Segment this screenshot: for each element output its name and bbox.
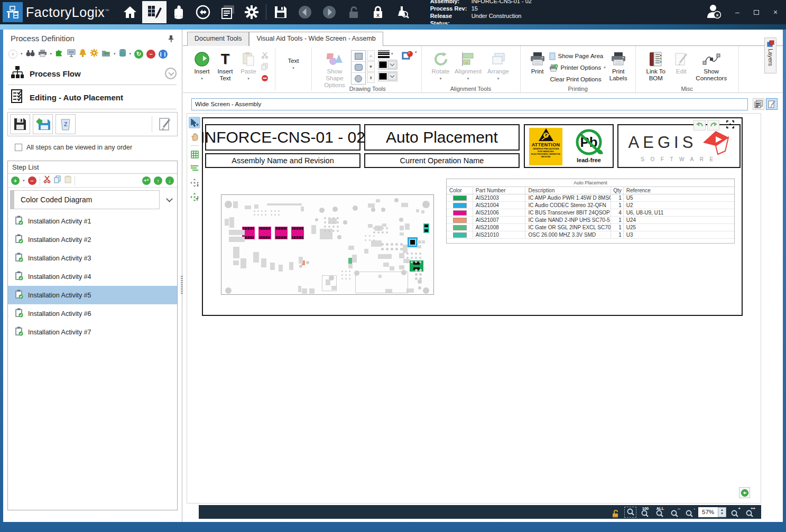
add-step-icon[interactable]: + <box>11 176 20 185</box>
copy-icon[interactable] <box>261 63 269 72</box>
step-item[interactable]: Installation Activity #1 <box>8 212 177 230</box>
clear-print-options-button[interactable]: Clear Print Options <box>549 74 606 84</box>
insert-button[interactable]: Insert▾ <box>190 49 214 82</box>
printer-options-button[interactable]: ? Printer Options▾ <box>549 63 606 72</box>
lock-close-button[interactable]: X <box>366 1 390 23</box>
select-tool-button[interactable] <box>189 117 200 128</box>
chevron-down-icon[interactable] <box>166 195 173 202</box>
document-report-button[interactable] <box>753 98 764 110</box>
presentation-icon[interactable] <box>67 49 76 59</box>
show-connectors-button[interactable]: Show Connectors <box>693 49 730 82</box>
document-name-field[interactable]: Wide Screen - Assembly <box>191 98 748 110</box>
fill-color-dropdown[interactable] <box>378 71 397 81</box>
stop-icon[interactable]: – <box>146 50 155 59</box>
diagram-type-dropdown[interactable]: Color Coded Diagram <box>10 190 160 209</box>
zoom-in-fast-icon[interactable]: ++ <box>744 507 756 518</box>
step-item[interactable]: Installation Activity #6 <box>8 304 177 323</box>
zoom-out-fast-icon[interactable]: -- <box>669 507 681 518</box>
settings-gear-button[interactable] <box>239 1 264 23</box>
insert-text-button[interactable]: T Insert Text <box>214 49 237 82</box>
save-import-button[interactable] <box>33 114 53 134</box>
cut-icon[interactable] <box>261 51 269 61</box>
unlock-button[interactable] <box>341 1 366 23</box>
plugin-puzzle-icon[interactable] <box>55 49 64 59</box>
copy-icon[interactable] <box>54 175 61 185</box>
move-down-icon[interactable]: ↓ <box>165 176 174 185</box>
zoom-100-icon[interactable]: 100 <box>639 507 651 518</box>
maximize-button[interactable] <box>752 8 761 16</box>
bell-icon[interactable] <box>79 49 87 59</box>
home-button[interactable] <box>118 1 142 23</box>
print-icon[interactable] <box>38 49 47 59</box>
collapse-section-icon[interactable] <box>165 68 177 79</box>
logout-user-icon[interactable]: × <box>705 3 723 21</box>
minimize-button[interactable]: – <box>733 8 742 16</box>
zoom-level-field[interactable]: 57% <box>698 507 718 517</box>
delete-icon[interactable] <box>261 74 269 84</box>
gallery-down-icon[interactable]: ▼ <box>367 61 375 72</box>
move-up-icon[interactable]: ↑ <box>154 176 162 185</box>
remove-step-icon[interactable]: – <box>28 176 36 185</box>
pause-icon[interactable]: ❙❙ <box>159 50 168 59</box>
gear-gold-icon[interactable] <box>90 49 98 59</box>
format-painter-dropdown[interactable]: ▾ <box>402 50 417 61</box>
export-folder-icon[interactable] <box>101 49 110 59</box>
tab-document-tools[interactable]: Document Tools <box>187 32 249 46</box>
caret-icon[interactable]: ▾ <box>50 52 52 56</box>
refresh-icon[interactable]: ↻ <box>134 50 143 59</box>
process-definition-button[interactable] <box>142 1 167 23</box>
redo-button[interactable] <box>707 120 719 130</box>
step-item[interactable]: Installation Activity #3 <box>8 249 177 267</box>
refresh-view-button[interactable] <box>739 487 750 498</box>
ellipse-shape-button[interactable] <box>352 73 365 84</box>
lock-view-icon[interactable] <box>609 507 622 518</box>
paste-icon[interactable] <box>64 175 71 185</box>
alignment-button[interactable]: Alignment▾ <box>452 49 484 82</box>
show-shape-options-button[interactable]: Show Shape Options <box>318 49 351 89</box>
layers-tab[interactable]: Layers <box>764 38 776 73</box>
pan-tool-button[interactable] <box>189 131 200 143</box>
add-existing-icon[interactable]: +⁺ <box>142 176 151 185</box>
arrange-button[interactable]: Arrange▾ <box>484 49 513 82</box>
move-lock-tool-button[interactable]: x <box>189 177 200 189</box>
zoom-spinner[interactable]: ▲▼ <box>718 507 726 517</box>
line-weight-dropdown[interactable]: ▾ <box>378 50 397 58</box>
zoom-out-icon[interactable]: - <box>683 507 696 518</box>
forward-button[interactable] <box>317 1 341 23</box>
print-button[interactable]: Print <box>526 49 549 75</box>
fullscreen-icon[interactable] <box>726 120 734 130</box>
add-icon[interactable]: + <box>8 50 17 59</box>
step-item[interactable]: Installation Activity #7 <box>8 323 177 341</box>
zoom-selection-icon[interactable] <box>624 507 636 518</box>
rotate-button[interactable]: Rotate▾ <box>429 49 452 82</box>
zoom-in-icon[interactable]: + <box>729 507 741 518</box>
zoom-all-icon[interactable]: ALL <box>654 507 666 518</box>
gallery-more-icon[interactable]: ⇟ <box>367 72 375 83</box>
save-button[interactable] <box>269 1 293 23</box>
tab-visual-aid-tools[interactable]: Visual Aid Tools - Wide Screen - Assemb <box>249 32 383 46</box>
text-button[interactable]: Text▾ <box>282 49 305 71</box>
caret-icon[interactable]: ▾ <box>114 52 116 56</box>
close-button[interactable]: × <box>771 8 780 16</box>
move-filter-tool-button[interactable] <box>189 191 200 203</box>
document-edit-button[interactable] <box>766 98 778 110</box>
search-binoculars-icon[interactable] <box>26 49 35 59</box>
documents-button[interactable] <box>215 1 239 23</box>
edit-button[interactable]: Edit <box>670 49 693 75</box>
undo-button[interactable] <box>693 120 706 130</box>
discard-step-button[interactable]: Z <box>56 114 76 134</box>
link-to-bom-button[interactable]: Link To BOM <box>642 49 670 82</box>
save-step-button[interactable] <box>10 114 30 134</box>
materials-button[interactable] <box>167 1 191 23</box>
line-color-dropdown[interactable] <box>378 60 397 70</box>
print-labels-button[interactable]: Print Labels <box>606 49 631 82</box>
step-item[interactable]: Installation Activity #4 <box>8 267 177 286</box>
back-button[interactable] <box>293 1 317 23</box>
add-step-caret-icon[interactable]: ▾ <box>23 179 25 183</box>
rectangle-shape-button[interactable] <box>352 51 365 62</box>
paste-button[interactable]: Paste▾ <box>237 49 260 82</box>
pin-icon[interactable] <box>168 35 174 45</box>
step-item-selected[interactable]: Installation Activity #5 <box>8 286 177 304</box>
caret-icon[interactable]: ▾ <box>21 52 23 56</box>
database-icon[interactable] <box>119 49 126 59</box>
